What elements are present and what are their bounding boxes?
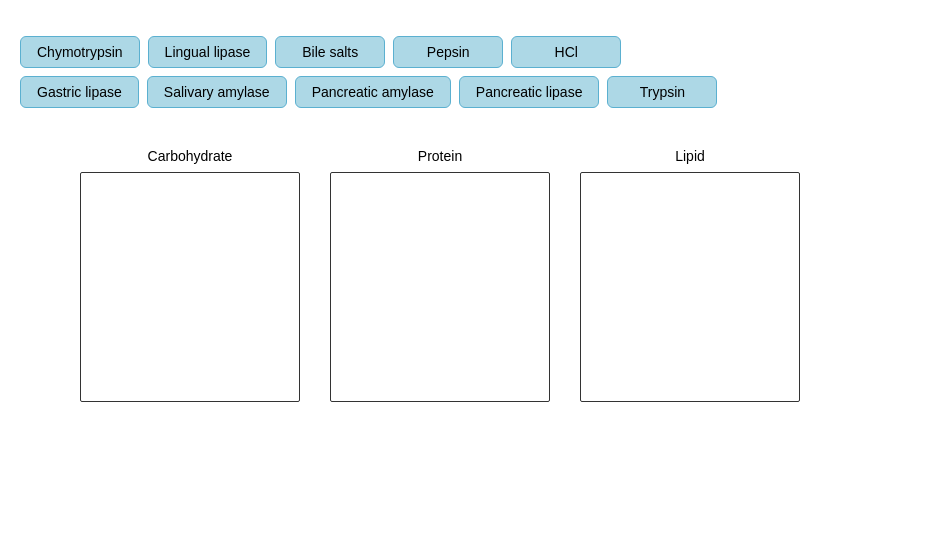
label-chip-salivary-amylase[interactable]: Salivary amylase xyxy=(147,76,287,108)
drop-zone-label-protein: Protein xyxy=(418,148,462,164)
labels-container: ChymotrypsinLingual lipaseBile saltsPeps… xyxy=(20,36,810,108)
drop-zone-box-lipid[interactable] xyxy=(580,172,800,402)
label-chip-pepsin[interactable]: Pepsin xyxy=(393,36,503,68)
drop-zone-wrapper-carbohydrate: Carbohydrate xyxy=(80,148,300,402)
drop-zone-wrapper-lipid: Lipid xyxy=(580,148,800,402)
label-chip-hcl[interactable]: HCl xyxy=(511,36,621,68)
drop-zone-box-protein[interactable] xyxy=(330,172,550,402)
label-chip-lingual-lipase[interactable]: Lingual lipase xyxy=(148,36,268,68)
drop-zone-wrapper-protein: Protein xyxy=(330,148,550,402)
drop-zone-box-carbohydrate[interactable] xyxy=(80,172,300,402)
label-chip-trypsin[interactable]: Trypsin xyxy=(607,76,717,108)
label-chip-gastric-lipase[interactable]: Gastric lipase xyxy=(20,76,139,108)
drop-zone-label-carbohydrate: Carbohydrate xyxy=(148,148,233,164)
label-chip-chymotrypsin[interactable]: Chymotrypsin xyxy=(20,36,140,68)
label-chip-pancreatic-amylase[interactable]: Pancreatic amylase xyxy=(295,76,451,108)
drop-zones-row: CarbohydrateProteinLipid xyxy=(80,148,820,402)
labels-row-1: ChymotrypsinLingual lipaseBile saltsPeps… xyxy=(20,36,810,68)
drop-zones-section: CarbohydrateProteinLipid xyxy=(20,148,913,402)
drop-zone-label-lipid: Lipid xyxy=(675,148,705,164)
labels-row-2: Gastric lipaseSalivary amylasePancreatic… xyxy=(20,76,810,108)
label-chip-bile-salts[interactable]: Bile salts xyxy=(275,36,385,68)
label-chip-pancreatic-lipase[interactable]: Pancreatic lipase xyxy=(459,76,600,108)
